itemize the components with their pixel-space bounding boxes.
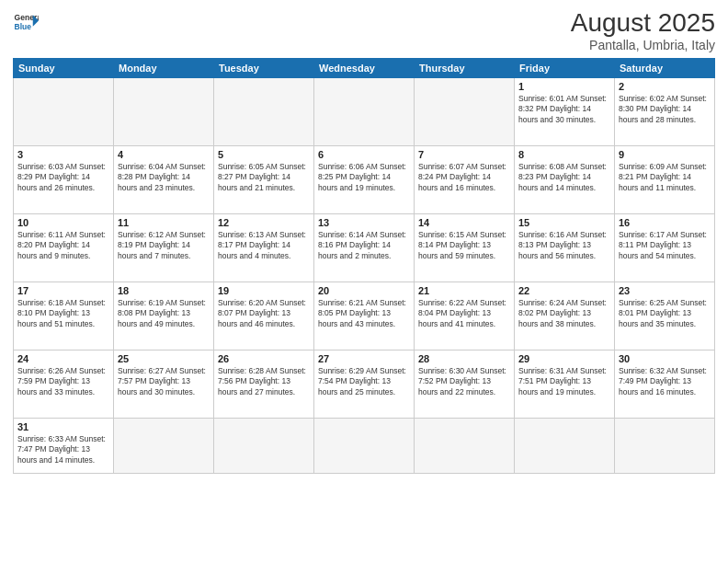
day-info: Sunrise: 6:04 AM Sunset: 8:28 PM Dayligh… [118, 162, 210, 193]
table-row [515, 418, 615, 473]
day-info: Sunrise: 6:21 AM Sunset: 8:05 PM Dayligh… [318, 298, 410, 329]
day-info: Sunrise: 6:20 AM Sunset: 8:07 PM Dayligh… [218, 298, 310, 329]
day-info: Sunrise: 6:24 AM Sunset: 8:02 PM Dayligh… [518, 298, 610, 329]
day-number: 19 [218, 285, 310, 296]
table-row: 6Sunrise: 6:06 AM Sunset: 8:25 PM Daylig… [314, 145, 415, 213]
day-number: 6 [318, 149, 410, 160]
day-number: 7 [418, 149, 510, 160]
table-row: 4Sunrise: 6:04 AM Sunset: 8:28 PM Daylig… [114, 145, 214, 213]
page: General Blue August 2025 Pantalla, Umbri… [0, 0, 728, 563]
table-row: 7Sunrise: 6:07 AM Sunset: 8:24 PM Daylig… [415, 145, 515, 213]
table-row [314, 418, 415, 473]
table-row: 26Sunrise: 6:28 AM Sunset: 7:56 PM Dayli… [214, 350, 314, 418]
calendar-table: Sunday Monday Tuesday Wednesday Thursday… [13, 58, 715, 474]
day-info: Sunrise: 6:26 AM Sunset: 7:59 PM Dayligh… [17, 366, 109, 397]
table-row: 23Sunrise: 6:25 AM Sunset: 8:01 PM Dayli… [615, 282, 715, 350]
table-row: 31Sunrise: 6:33 AM Sunset: 7:47 PM Dayli… [14, 418, 114, 473]
day-info: Sunrise: 6:19 AM Sunset: 8:08 PM Dayligh… [118, 298, 210, 329]
table-row [415, 418, 515, 473]
table-row: 16Sunrise: 6:17 AM Sunset: 8:11 PM Dayli… [615, 213, 715, 282]
svg-text:Blue: Blue [15, 22, 32, 31]
table-row: 12Sunrise: 6:13 AM Sunset: 8:17 PM Dayli… [214, 213, 314, 282]
day-number: 27 [318, 353, 410, 364]
day-info: Sunrise: 6:18 AM Sunset: 8:10 PM Dayligh… [17, 298, 109, 329]
day-number: 5 [218, 149, 310, 160]
table-row: 20Sunrise: 6:21 AM Sunset: 8:05 PM Dayli… [314, 282, 415, 350]
day-info: Sunrise: 6:25 AM Sunset: 8:01 PM Dayligh… [619, 298, 711, 329]
table-row: 18Sunrise: 6:19 AM Sunset: 8:08 PM Dayli… [114, 282, 214, 350]
day-info: Sunrise: 6:12 AM Sunset: 8:19 PM Dayligh… [118, 230, 210, 261]
day-number: 26 [218, 353, 310, 364]
day-info: Sunrise: 6:29 AM Sunset: 7:54 PM Dayligh… [318, 366, 410, 397]
col-thursday: Thursday [415, 58, 515, 77]
calendar-subtitle: Pantalla, Umbria, Italy [571, 38, 715, 52]
day-info: Sunrise: 6:22 AM Sunset: 8:04 PM Dayligh… [418, 298, 510, 329]
table-row: 17Sunrise: 6:18 AM Sunset: 8:10 PM Dayli… [14, 282, 114, 350]
col-tuesday: Tuesday [214, 58, 314, 77]
day-number: 13 [318, 217, 410, 228]
day-number: 15 [518, 217, 610, 228]
col-sunday: Sunday [14, 58, 114, 77]
day-number: 11 [118, 217, 210, 228]
day-number: 10 [17, 217, 109, 228]
col-saturday: Saturday [615, 58, 715, 77]
day-number: 20 [318, 285, 410, 296]
col-friday: Friday [515, 58, 615, 77]
calendar-header-row: Sunday Monday Tuesday Wednesday Thursday… [14, 58, 715, 77]
day-info: Sunrise: 6:01 AM Sunset: 8:32 PM Dayligh… [518, 94, 610, 125]
day-info: Sunrise: 6:07 AM Sunset: 8:24 PM Dayligh… [418, 162, 510, 193]
table-row: 8Sunrise: 6:08 AM Sunset: 8:23 PM Daylig… [515, 145, 615, 213]
day-number: 4 [118, 149, 210, 160]
table-row: 29Sunrise: 6:31 AM Sunset: 7:51 PM Dayli… [515, 350, 615, 418]
day-number: 25 [118, 353, 210, 364]
table-row: 21Sunrise: 6:22 AM Sunset: 8:04 PM Dayli… [415, 282, 515, 350]
day-info: Sunrise: 6:15 AM Sunset: 8:14 PM Dayligh… [418, 230, 510, 261]
day-number: 16 [619, 217, 711, 228]
day-info: Sunrise: 6:16 AM Sunset: 8:13 PM Dayligh… [518, 230, 610, 261]
table-row: 27Sunrise: 6:29 AM Sunset: 7:54 PM Dayli… [314, 350, 415, 418]
logo-icon: General Blue [13, 9, 39, 35]
table-row: 25Sunrise: 6:27 AM Sunset: 7:57 PM Dayli… [114, 350, 214, 418]
day-number: 12 [218, 217, 310, 228]
day-info: Sunrise: 6:27 AM Sunset: 7:57 PM Dayligh… [118, 366, 210, 397]
table-row: 10Sunrise: 6:11 AM Sunset: 8:20 PM Dayli… [14, 213, 114, 282]
table-row: 15Sunrise: 6:16 AM Sunset: 8:13 PM Dayli… [515, 213, 615, 282]
day-info: Sunrise: 6:11 AM Sunset: 8:20 PM Dayligh… [17, 230, 109, 261]
table-row [214, 77, 314, 145]
day-info: Sunrise: 6:31 AM Sunset: 7:51 PM Dayligh… [518, 366, 610, 397]
day-number: 31 [17, 421, 109, 432]
title-block: August 2025 Pantalla, Umbria, Italy [571, 9, 715, 52]
day-number: 24 [17, 353, 109, 364]
table-row: 14Sunrise: 6:15 AM Sunset: 8:14 PM Dayli… [415, 213, 515, 282]
table-row: 5Sunrise: 6:05 AM Sunset: 8:27 PM Daylig… [214, 145, 314, 213]
header: General Blue August 2025 Pantalla, Umbri… [13, 9, 715, 52]
table-row [114, 77, 214, 145]
day-info: Sunrise: 6:30 AM Sunset: 7:52 PM Dayligh… [418, 366, 510, 397]
day-info: Sunrise: 6:17 AM Sunset: 8:11 PM Dayligh… [619, 230, 711, 261]
day-number: 8 [518, 149, 610, 160]
table-row: 30Sunrise: 6:32 AM Sunset: 7:49 PM Dayli… [615, 350, 715, 418]
table-row [114, 418, 214, 473]
day-info: Sunrise: 6:33 AM Sunset: 7:47 PM Dayligh… [17, 434, 109, 465]
table-row [214, 418, 314, 473]
day-number: 21 [418, 285, 510, 296]
day-number: 18 [118, 285, 210, 296]
table-row [14, 77, 114, 145]
table-row: 22Sunrise: 6:24 AM Sunset: 8:02 PM Dayli… [515, 282, 615, 350]
col-monday: Monday [114, 58, 214, 77]
day-info: Sunrise: 6:09 AM Sunset: 8:21 PM Dayligh… [619, 162, 711, 193]
table-row [314, 77, 415, 145]
table-row [415, 77, 515, 145]
day-info: Sunrise: 6:02 AM Sunset: 8:30 PM Dayligh… [619, 94, 711, 125]
table-row: 28Sunrise: 6:30 AM Sunset: 7:52 PM Dayli… [415, 350, 515, 418]
day-number: 14 [418, 217, 510, 228]
day-info: Sunrise: 6:14 AM Sunset: 8:16 PM Dayligh… [318, 230, 410, 261]
table-row: 19Sunrise: 6:20 AM Sunset: 8:07 PM Dayli… [214, 282, 314, 350]
day-info: Sunrise: 6:08 AM Sunset: 8:23 PM Dayligh… [518, 162, 610, 193]
day-info: Sunrise: 6:03 AM Sunset: 8:29 PM Dayligh… [17, 162, 109, 193]
day-info: Sunrise: 6:05 AM Sunset: 8:27 PM Dayligh… [218, 162, 310, 193]
day-number: 1 [518, 81, 610, 92]
table-row [615, 418, 715, 473]
day-info: Sunrise: 6:32 AM Sunset: 7:49 PM Dayligh… [619, 366, 711, 397]
table-row: 2Sunrise: 6:02 AM Sunset: 8:30 PM Daylig… [615, 77, 715, 145]
